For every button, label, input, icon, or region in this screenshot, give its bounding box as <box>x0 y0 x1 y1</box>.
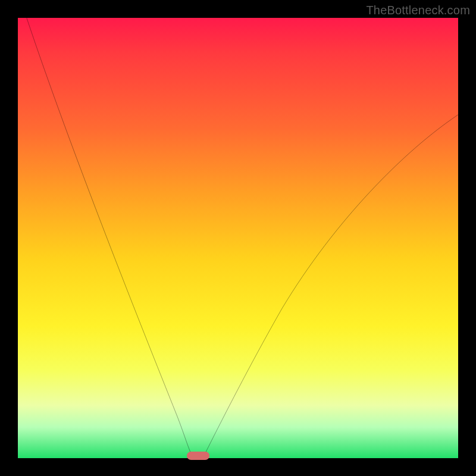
chart-stage: TheBottleneck.com <box>0 0 476 476</box>
bottleneck-curves <box>18 18 458 458</box>
optimal-marker <box>187 452 209 460</box>
right-branch-curve <box>203 115 458 458</box>
watermark-text: TheBottleneck.com <box>366 4 470 17</box>
left-branch-curve <box>27 18 194 458</box>
